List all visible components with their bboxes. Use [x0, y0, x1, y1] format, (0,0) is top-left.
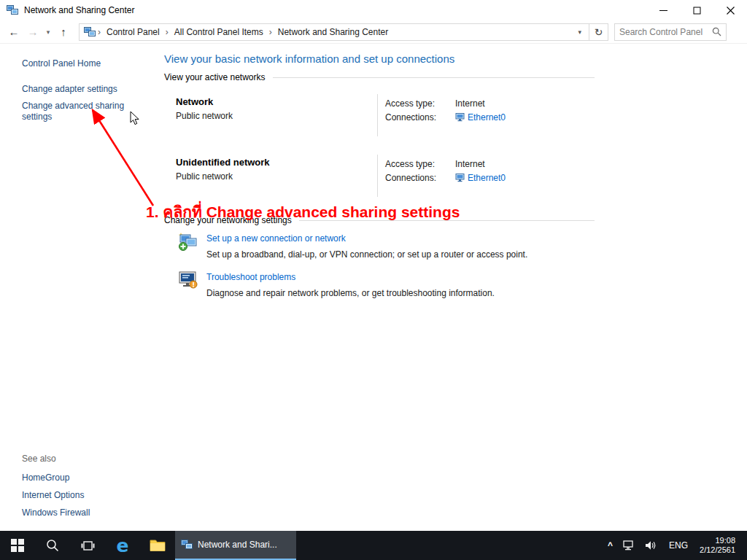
- close-icon: [727, 7, 735, 15]
- network-identity: Network Public network: [176, 94, 377, 136]
- task-view-button[interactable]: [70, 531, 105, 560]
- connection-link-ethernet0[interactable]: Ethernet0: [468, 173, 506, 183]
- see-also-section: See also HomeGroup Internet Options Wind…: [22, 454, 90, 525]
- speaker-icon: [645, 540, 657, 551]
- tray-show-hidden-icons-button[interactable]: ^: [603, 531, 618, 560]
- maximize-icon: [693, 7, 701, 15]
- tray-clock[interactable]: 19:08 2/12/2561: [695, 531, 743, 560]
- taskbar-active-task[interactable]: Network and Shari...: [175, 531, 296, 560]
- title-bar: Network and Sharing Center: [0, 0, 747, 20]
- refresh-icon: ↻: [595, 26, 603, 38]
- network-details: Access type: Internet Connections: Ether…: [377, 155, 506, 197]
- access-type-value: Internet: [455, 98, 485, 109]
- clock-date: 2/12/2561: [700, 545, 735, 555]
- close-button[interactable]: [713, 0, 747, 20]
- troubleshoot-icon: [177, 270, 199, 290]
- sidebar-item-change-adapter-settings[interactable]: Change adapter settings: [22, 84, 131, 95]
- active-task-label: Network and Shari...: [198, 540, 277, 550]
- troubleshoot-problems-link[interactable]: Troubleshoot problems: [206, 272, 495, 282]
- network-name: Network: [176, 96, 377, 107]
- up-arrow-icon: ↑: [61, 26, 66, 38]
- network-app-icon: [181, 539, 193, 551]
- folder-icon: [150, 539, 166, 552]
- minimize-icon: [659, 7, 667, 15]
- network-row: Unidentified network Public network Acce…: [176, 155, 595, 197]
- network-category: Public network: [176, 171, 377, 182]
- troubleshoot-problems-description: Diagnose and repair network problems, or…: [206, 288, 495, 298]
- network-row: Network Public network Access type: Inte…: [176, 94, 595, 136]
- page-title: View your basic network information and …: [164, 52, 595, 65]
- tray-network-button[interactable]: [618, 531, 640, 560]
- network-details: Access type: Internet Connections: Ether…: [377, 94, 506, 136]
- network-name: Unidentified network: [176, 157, 377, 168]
- breadcrumb-network-sharing[interactable]: Network and Sharing Center: [273, 27, 393, 37]
- setting-text: Troubleshoot problems Diagnose and repai…: [206, 270, 495, 298]
- sidebar-item-homegroup[interactable]: HomeGroup: [22, 472, 90, 483]
- window-title: Network and Sharing Center: [24, 5, 134, 15]
- connections-label: Connections:: [385, 173, 455, 183]
- active-networks-list: Network Public network Access type: Inte…: [164, 94, 595, 197]
- network-identity: Unidentified network Public network: [176, 155, 377, 197]
- forward-icon: →: [28, 26, 39, 38]
- address-bar[interactable]: › Control Panel › All Control Panel Item…: [79, 23, 589, 41]
- minimize-button[interactable]: [646, 0, 680, 20]
- setup-new-connection-description: Set up a broadband, dial-up, or VPN conn…: [206, 249, 527, 260]
- taskbar: e Network and Shari... ^: [0, 531, 747, 560]
- task-view-icon: [81, 540, 95, 551]
- sidebar-item-control-panel-home[interactable]: Control Panel Home: [22, 58, 150, 69]
- back-icon: ←: [9, 26, 20, 38]
- annotation-step-text: 1. คลิกที่ Change advanced sharing setti…: [146, 200, 460, 224]
- sidebar-item-windows-firewall[interactable]: Windows Firewall: [22, 508, 90, 518]
- chevron-down-icon: ▾: [47, 28, 50, 36]
- setup-connection-icon: [177, 231, 199, 252]
- network-status-icon: [623, 540, 635, 551]
- window-controls: [646, 0, 747, 20]
- file-explorer-button[interactable]: [140, 531, 175, 560]
- setting-text: Set up a new connection or network Set u…: [206, 231, 527, 260]
- clock-time: 19:08: [700, 536, 735, 545]
- connection-link-ethernet0[interactable]: Ethernet0: [468, 112, 506, 122]
- search-icon: [712, 27, 721, 36]
- search-icon: [46, 539, 59, 552]
- sidebar-item-internet-options[interactable]: Internet Options: [22, 490, 90, 500]
- maximize-button[interactable]: [680, 0, 713, 20]
- main-content: View your basic network information and …: [164, 42, 595, 308]
- search-input[interactable]: [619, 27, 712, 37]
- start-button[interactable]: [0, 531, 35, 560]
- recent-pages-button[interactable]: ▾: [42, 23, 54, 42]
- troubleshoot-problems-item[interactable]: Troubleshoot problems Diagnose and repai…: [177, 270, 595, 298]
- ethernet-icon: [455, 173, 465, 182]
- header-rule: [273, 77, 595, 78]
- access-type-label: Access type:: [385, 159, 455, 169]
- active-networks-header: View your active networks: [164, 72, 595, 82]
- address-dropdown-icon[interactable]: ▾: [572, 28, 587, 36]
- taskbar-search-button[interactable]: [35, 531, 70, 560]
- edge-button[interactable]: e: [105, 531, 140, 560]
- active-networks-header-label: View your active networks: [164, 72, 266, 82]
- edge-icon: e: [117, 537, 129, 555]
- network-category: Public network: [176, 111, 377, 121]
- chevron-up-icon: ^: [608, 540, 613, 551]
- setup-new-connection-item[interactable]: Set up a new connection or network Set u…: [177, 231, 595, 260]
- access-type-label: Access type:: [385, 98, 455, 109]
- tray-volume-button[interactable]: [640, 531, 662, 560]
- settings-links: Set up a new connection or network Set u…: [164, 231, 595, 298]
- forward-button[interactable]: →: [23, 23, 42, 42]
- ethernet-icon: [455, 112, 465, 122]
- access-type-value: Internet: [455, 159, 485, 169]
- sidebar-item-change-advanced-sharing-settings[interactable]: Change advanced sharing settings: [22, 101, 131, 122]
- breadcrumb-control-panel[interactable]: Control Panel: [101, 27, 165, 37]
- system-tray: ^ ENG 19:08 2/12/2561: [603, 531, 747, 560]
- search-box[interactable]: [614, 23, 727, 41]
- back-button[interactable]: ←: [4, 23, 23, 42]
- up-button[interactable]: ↑: [54, 23, 73, 42]
- connections-label: Connections:: [385, 112, 455, 122]
- refresh-button[interactable]: ↻: [589, 23, 608, 41]
- setup-new-connection-link[interactable]: Set up a new connection or network: [206, 233, 527, 244]
- network-location-icon: [84, 26, 96, 38]
- tray-language-indicator[interactable]: ENG: [662, 531, 695, 560]
- navigation-bar: ← → ▾ ↑ › Control Panel › All Control Pa…: [0, 20, 747, 44]
- see-also-heading: See also: [22, 454, 90, 464]
- breadcrumb-all-items[interactable]: All Control Panel Items: [169, 27, 268, 37]
- windows-logo-icon: [11, 539, 24, 552]
